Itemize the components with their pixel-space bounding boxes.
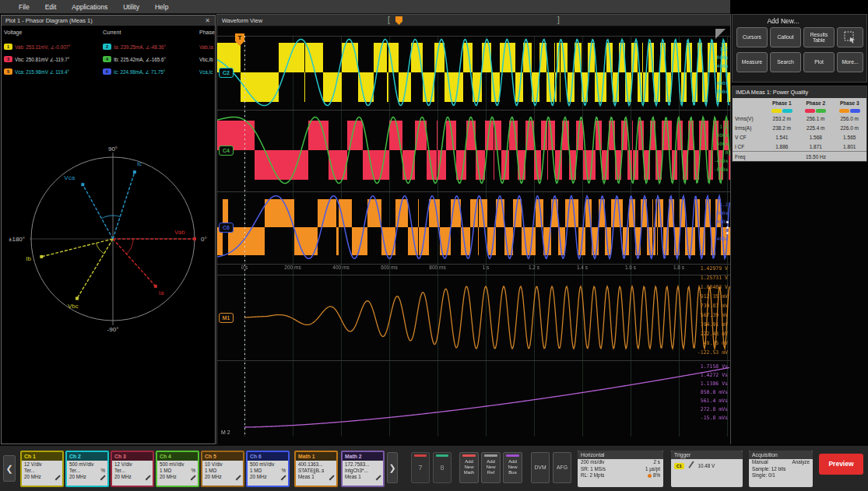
channel-badge-ch-4[interactable]: Ch 4500 mV/div1 MΩ%20 MHz	[156, 451, 199, 487]
add-new-box: Add New... CursorsCalloutResults TableMe…	[732, 14, 867, 82]
scroll-left-button[interactable]: ❮	[3, 455, 16, 482]
resize-grip-icon[interactable]	[715, 29, 726, 39]
legend-value: Vab,Ia	[199, 44, 213, 50]
legend-value: Ic: 224.98mA, ∠ 71.75°	[114, 69, 165, 75]
measurement-value: 226.0 m	[833, 125, 866, 131]
inactive-channel-badge-8[interactable]: 8	[433, 452, 452, 483]
legend-header: Current	[103, 30, 198, 40]
menu-item-applications[interactable]: Applications	[72, 3, 107, 11]
more-button[interactable]: More...	[837, 52, 863, 72]
button-stripe	[484, 454, 497, 457]
add-new-cursors-button[interactable]: Cursors	[736, 27, 768, 47]
measurement-value: 1.801	[833, 144, 866, 149]
trigger-title: Trigger	[671, 451, 743, 459]
add-new-callout-button[interactable]: Callout	[770, 27, 801, 47]
channel-badge-ch-2[interactable]: Ch 2500 mV/divTer...%20 MHz	[65, 451, 109, 487]
add-new-math-button[interactable]: AddNewMath	[459, 452, 479, 483]
button-line: Math	[460, 470, 478, 475]
acq-mode: Manual	[752, 459, 768, 466]
ch2-scale-label: -800m	[714, 89, 728, 94]
legend-row: 5Vca: 215.98mV ∠ 119.4°	[4, 65, 102, 78]
measurement-value: 256.1 m	[799, 116, 832, 121]
inactive-channel-badge-7[interactable]: 7	[411, 452, 430, 483]
math1-readout: 1.08483 V	[701, 284, 728, 290]
record-length: RL: 2 Mpts	[581, 472, 604, 479]
phasor-vector-label: Ib	[26, 255, 31, 262]
table-row: V CF1.5411.5681.565	[733, 132, 866, 142]
badge-header: Ch 6	[248, 452, 288, 461]
math-badge-2[interactable]: Math 2172.7583...IntgCh3*...Meas 1	[341, 451, 385, 487]
trigger-panel[interactable]: Trigger C1 10.48 V	[671, 451, 743, 487]
channel-badge-c2[interactable]: C2	[219, 68, 234, 78]
measurement-value: 1.565	[833, 135, 866, 140]
panel-splitter-handle[interactable]	[726, 221, 729, 241]
horizontal-title: Horizontal	[578, 451, 663, 459]
menu-bar: FileEditApplicationsUtilityHelp	[0, 0, 730, 14]
horizontal-panel[interactable]: Horizontal 200 ms/div2 s SR: 1 MS/s1 µs/…	[578, 451, 663, 487]
ch4-scale-label: -400m	[714, 158, 728, 163]
phasor-axis-label: ±180°	[9, 236, 25, 243]
sample-rate: SR: 1 MS/s	[581, 466, 606, 473]
oscilloscope-screen: FileEditApplicationsUtilityHelp Plot 1 -…	[0, 0, 868, 491]
measurement-value: 256.0 m	[833, 116, 866, 121]
expansion-bracket-right[interactable]: ]	[557, 16, 560, 24]
channel-badge-m1[interactable]: M1	[219, 313, 234, 323]
scroll-right-button[interactable]: ❯	[387, 452, 398, 483]
phase-column-header: Phase 3	[833, 100, 866, 106]
close-icon[interactable]: ✕	[200, 17, 215, 24]
draw-a-box-button[interactable]	[837, 27, 863, 47]
phasor-vector-tip	[81, 183, 84, 186]
position-percent: 8%	[648, 472, 660, 479]
channel-badge-ch-6[interactable]: Ch 6500 mV/div1 MΩ%20 MHz	[246, 451, 290, 487]
channel-badge-ch-5[interactable]: Ch 510 V/div1 MΩ20 MHz	[201, 451, 244, 487]
acq-single: Single: 0/1	[752, 472, 775, 479]
badge-body: 172.7583...IntgCh3*...Meas 1	[343, 461, 383, 481]
channel-chip: 2	[103, 44, 111, 50]
phasor-vector-label: Vbc	[68, 303, 79, 310]
menu-item-edit[interactable]: Edit	[45, 3, 57, 11]
channel-badge-c4[interactable]: C4	[219, 146, 234, 156]
legend-value: Vca: 215.98mV ∠ 119.4°	[15, 69, 69, 75]
phasor-vector-tip	[154, 285, 157, 288]
add-new-results-table-button[interactable]: Results Table	[803, 27, 835, 47]
imda-results-table[interactable]: IMDA Meas 1: Power Quality Phase 1Phase …	[732, 86, 867, 162]
menu-item-file[interactable]: File	[19, 3, 30, 11]
badge-header: Math 1	[296, 452, 336, 461]
badge-line: Ter...	[114, 468, 150, 474]
badge-header: Ch 1	[22, 452, 62, 461]
acquisition-panel[interactable]: Acquisition ManualAnalyze Sample: 12 bit…	[749, 451, 813, 487]
phase-column-header: Phase 2	[799, 100, 832, 106]
channel-badge-ch-3[interactable]: Ch 312 V/divTer...20 MHz	[111, 451, 154, 487]
math-badge-1[interactable]: Math 1400.1363...STATE||B..sMeas 1	[294, 451, 338, 487]
ch2-scale-label: -400m	[714, 80, 728, 86]
badge-text: 1 MΩ	[205, 468, 216, 474]
button-stripe	[462, 454, 476, 457]
add-new-bus-button[interactable]: AddNewBus	[503, 452, 522, 483]
expansion-bracket-left[interactable]: [	[388, 16, 390, 24]
add-new-search-button[interactable]: Search	[770, 52, 801, 72]
preview-button[interactable]: Preview	[819, 454, 863, 475]
measurement-value: 253.2 m	[765, 116, 799, 121]
phasor-vector-vbc	[77, 239, 113, 299]
add-new-measure-button[interactable]: Measure	[736, 52, 768, 72]
time-axis-label: 1.8 s	[662, 265, 696, 270]
dvm-button[interactable]: DVM	[531, 452, 550, 483]
add-new-plot-button[interactable]: Plot	[803, 52, 835, 72]
add-new-ref-button[interactable]: AddNewRef	[481, 452, 501, 483]
math1-readout: 222.43 mV	[701, 331, 728, 337]
menu-item-utility[interactable]: Utility	[123, 3, 139, 11]
channel-badge-ch-1[interactable]: Ch 112 V/divTer...20 MHz	[20, 451, 64, 487]
channel-badge-c6[interactable]: C6	[219, 223, 234, 233]
phase-chip-cell	[833, 109, 866, 113]
waveform-canvas[interactable]	[217, 26, 730, 445]
phasor-titlebar[interactable]: Plot 1 - Phasor Diagram (Meas 1) ✕	[2, 16, 215, 26]
channel-chip: 6	[103, 68, 111, 75]
afg-button[interactable]: AFG	[553, 452, 571, 483]
trigger-position-icon[interactable]	[395, 16, 402, 25]
phase-angle-arc	[102, 216, 121, 219]
badge-stripe	[414, 454, 427, 457]
badge-line: 500 mV/div	[69, 461, 105, 468]
legend-column: Current2Ia: 239.25mA, ∠-48.36°4Ib: 225.4…	[103, 30, 198, 78]
waveform-titlebar: Waveform View [ ]	[217, 15, 730, 26]
menu-item-help[interactable]: Help	[155, 3, 168, 11]
